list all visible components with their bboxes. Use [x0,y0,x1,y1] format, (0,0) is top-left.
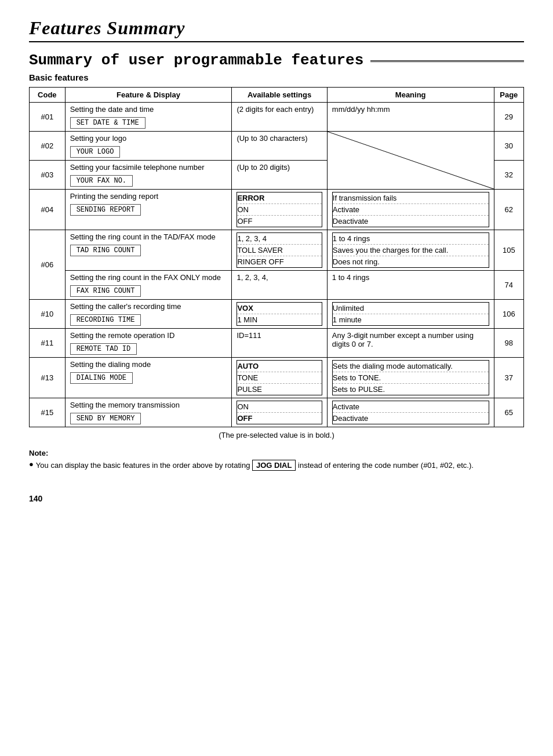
display-box-11: REMOTE TAD ID [70,343,137,355]
settings-06-fax: 1, 2, 3, 4, [232,271,327,300]
display-box-04: SENDING REPORT [70,204,141,216]
table-row: Setting the ring count in the FAX ONLY m… [30,271,524,300]
feature-02: Setting your logo YOUR LOGO [65,132,232,161]
meaning-15: Activate Deactivate [327,398,494,427]
col-feature: Feature & Display [65,88,232,103]
note-section: Note: ● You can display the basic featur… [29,449,524,471]
page-10: 106 [494,300,523,329]
meaning-13: Sets the dialing mode automatically. Set… [327,358,494,398]
feature-10: Setting the caller's recording time RECO… [65,300,232,329]
features-table: Code Feature & Display Available setting… [29,87,524,427]
meaning-04: If transmission fails Activate Deactivat… [327,190,494,230]
feature-13: Setting the dialing mode DIALING MODE [65,358,232,398]
settings-01: (2 digits for each entry) [232,103,327,132]
settings-10: VOX 1 MIN [232,300,327,329]
code-03: #03 [30,161,66,190]
col-page: Page [494,88,523,103]
display-box-13: DIALING MODE [70,372,133,384]
table-row: #02 Setting your logo YOUR LOGO (Up to 3… [30,132,524,161]
code-02: #02 [30,132,66,161]
display-box-tad-ring: TAD RING COUNT [70,245,141,256]
page-02: 30 [494,132,523,161]
page-06-fax: 74 [494,271,523,300]
code-04: #04 [30,190,66,230]
settings-02: (Up to 30 characters) [232,132,327,161]
feature-06-tad: Setting the ring count in the TAD/FAX mo… [65,230,232,271]
feature-01: Setting the date and time SET DATE & TIM… [65,103,232,132]
meaning-06-tad: 1 to 4 rings Saves you the charges for t… [327,230,494,271]
meaning-11: Any 3-digit number except a number using… [327,329,494,358]
display-box-03: YOUR FAX NO. [70,175,133,187]
meaning-10: Unlimited 1 minute [327,300,494,329]
note-bullet: ● You can display the basic features in … [29,460,524,471]
display-box-01: SET DATE & TIME [70,117,145,129]
page-01: 29 [494,103,523,132]
subsection-title: Basic features [29,72,524,82]
section-title: Summary of user programmable features [29,52,524,69]
feature-06-fax: Setting the ring count in the FAX ONLY m… [65,271,232,300]
display-box-fax-ring: FAX RING COUNT [70,285,141,297]
settings-11: ID=111 [232,329,327,358]
meaning-01: mm/dd/yy hh:mm [327,103,494,132]
page-04: 62 [494,190,523,230]
table-row: #15 Setting the memory transmission SEND… [30,398,524,427]
display-box-15: SEND BY MEMORY [70,413,141,424]
note-title: Note: [29,449,524,457]
page-13: 37 [494,358,523,398]
preselected-note: (The pre-selected value is in bold.) [29,431,524,439]
display-box-10: RECORDING TIME [70,314,141,326]
code-11: #11 [30,329,66,358]
settings-06-tad: 1, 2, 3, 4 TOLL SAVER RINGER OFF [232,230,327,271]
settings-03: (Up to 20 digits) [232,161,327,190]
jog-dial-box: JOG DIAL [252,460,296,471]
col-code: Code [30,88,66,103]
code-06: #06 [30,230,66,300]
settings-04: ERROR ON OFF [232,190,327,230]
display-box-02: YOUR LOGO [70,146,121,158]
meaning-06-fax: 1 to 4 rings [327,271,494,300]
page-title: Features Summary [29,17,524,42]
code-15: #15 [30,398,66,427]
feature-11: Setting the remote operation ID REMOTE T… [65,329,232,358]
settings-13: AUTO TONE PULSE [232,358,327,398]
settings-15: ON OFF [232,398,327,427]
code-13: #13 [30,358,66,398]
page-15: 65 [494,398,523,427]
feature-04: Printing the sending report SENDING REPO… [65,190,232,230]
meaning-02 [327,132,494,190]
col-meaning: Meaning [327,88,494,103]
page-03: 32 [494,161,523,190]
feature-15: Setting the memory transmission SEND BY … [65,398,232,427]
page-11: 98 [494,329,523,358]
code-10: #10 [30,300,66,329]
feature-03: Setting your facsimile telephone number … [65,161,232,190]
page-06-tad: 105 [494,230,523,271]
table-row: #06 Setting the ring count in the TAD/FA… [30,230,524,271]
svg-line-0 [328,132,494,189]
title-line [370,59,524,62]
table-row: #01 Setting the date and time SET DATE &… [30,103,524,132]
page-number: 140 [29,494,524,503]
table-row: #13 Setting the dialing mode DIALING MOD… [30,358,524,398]
code-01: #01 [30,103,66,132]
table-row: #11 Setting the remote operation ID REMO… [30,329,524,358]
table-row: #10 Setting the caller's recording time … [30,300,524,329]
table-row: #04 Printing the sending report SENDING … [30,190,524,230]
col-settings: Available settings [232,88,327,103]
